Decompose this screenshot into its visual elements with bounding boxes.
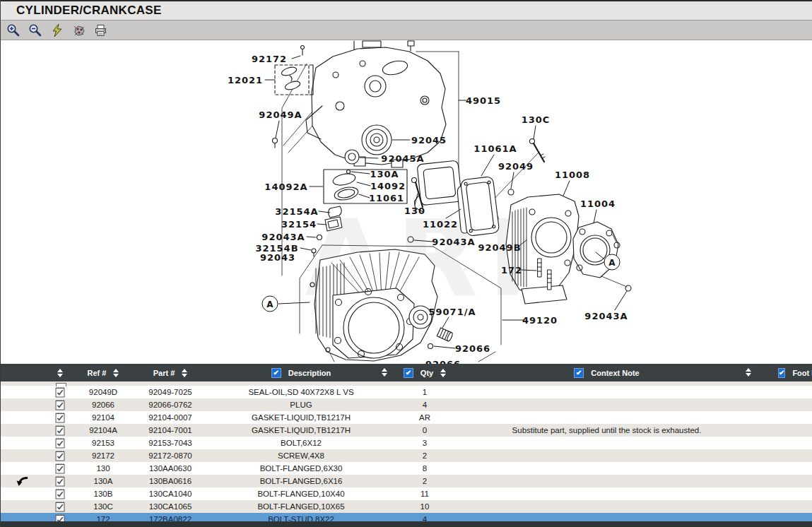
column-visibility-checkbox[interactable]: ✔ xyxy=(271,368,281,378)
pick-list-icon[interactable] xyxy=(45,449,75,462)
part-label-49015[interactable]: 49015 xyxy=(466,95,501,106)
column-header-part[interactable]: Part # xyxy=(131,364,209,381)
part-label-130a[interactable]: 130A xyxy=(370,169,399,179)
pick-list-icon[interactable] xyxy=(45,462,75,475)
part-label-14092a[interactable]: 14092A xyxy=(264,182,307,192)
sort-arrows-icon[interactable] xyxy=(746,368,751,377)
part-label-130c[interactable]: 130C xyxy=(522,114,551,125)
part-label-92066[interactable]: 92066 xyxy=(455,343,490,354)
table-row[interactable]: 92104A92104-7001GASKET-LIQUID,TB1217H0Su… xyxy=(1,424,812,437)
column-visibility-checkbox[interactable]: ✔ xyxy=(404,368,413,378)
column-label: Part # xyxy=(153,369,175,377)
exploded-parts-drawing xyxy=(1,40,812,364)
foot-note-cell xyxy=(757,500,812,513)
table-row[interactable]: 130130AA0630BOLT-FLANGED,6X308 xyxy=(1,462,812,475)
pick-list-icon[interactable] xyxy=(45,475,75,487)
column-visibility-checkbox[interactable]: ✔ xyxy=(778,368,785,378)
foot-note-cell xyxy=(757,398,812,411)
parts-catalog-window: CYLINDER/CRANKCASE ARI xyxy=(0,0,812,527)
table-row[interactable]: 9215392153-7043BOLT,6X123 xyxy=(1,437,812,449)
part-label-92043a[interactable]: 92043A xyxy=(261,232,305,242)
part-label-92049a[interactable]: 92049A xyxy=(259,109,302,120)
table-row[interactable]: 9206692066-0762PLUG4 xyxy=(1,398,812,411)
diagram-area[interactable]: ARI xyxy=(1,40,812,364)
pick-list-icon[interactable] xyxy=(45,386,75,398)
part-label-11022[interactable]: 11022 xyxy=(423,219,458,230)
parts-table-body: 92049D92049-7025SEAL-OIL,SD 40X72X8 L VS… xyxy=(1,381,812,526)
table-row[interactable]: 130B130CA1040BOLT-FLANGED,10X4011 xyxy=(1,487,812,500)
part-label-130[interactable]: 130 xyxy=(404,206,425,216)
print-icon[interactable] xyxy=(93,23,110,38)
part-label-14092[interactable]: 14092 xyxy=(370,181,406,191)
pick-list-icon[interactable] xyxy=(45,437,75,449)
part-label-92049[interactable]: 92049 xyxy=(498,161,534,172)
page-title: CYLINDER/CRANKCASE xyxy=(1,4,162,18)
part-label-92045a[interactable]: 92045A xyxy=(381,153,424,164)
context-note-cell xyxy=(457,398,757,411)
part-label-11008[interactable]: 11008 xyxy=(555,170,590,180)
pick-list-icon[interactable] xyxy=(45,487,75,500)
part-label-92049b[interactable]: 92049B xyxy=(478,242,521,253)
sort-arrows-icon[interactable] xyxy=(440,369,446,377)
column-label: Description xyxy=(288,369,331,377)
zoom-in-icon[interactable] xyxy=(5,23,22,38)
table-row[interactable]: 92049D92049-7025SEAL-OIL,SD 40X72X8 L VS… xyxy=(1,386,812,398)
column-header-footnote[interactable]: ✔Foot Note xyxy=(757,364,812,381)
foot-note-cell xyxy=(757,386,812,398)
table-bottom-edge xyxy=(1,521,812,527)
part-label-11061[interactable]: 11061 xyxy=(369,193,404,203)
sort-arrows-icon[interactable] xyxy=(182,369,187,377)
pick-list-icon[interactable] xyxy=(45,424,75,437)
parts-table-header: Ref #Part #✔Description✔Qty✔Context Note… xyxy=(1,364,812,381)
part-label-11004[interactable]: 11004 xyxy=(580,199,616,209)
sort-arrows-icon[interactable] xyxy=(382,368,387,377)
part-label-12021[interactable]: 12021 xyxy=(228,75,263,85)
table-row[interactable]: 130A130BA0616BOLT-FLANGED,6X162 xyxy=(1,475,812,487)
column-label: Foot Note xyxy=(792,369,812,377)
part-label-49120[interactable]: 49120 xyxy=(522,315,558,326)
sort-arrows-icon[interactable] xyxy=(57,369,63,377)
page-title-bar: CYLINDER/CRANKCASE xyxy=(1,0,812,20)
pick-list-icon[interactable] xyxy=(45,398,75,411)
lightning-icon[interactable] xyxy=(49,23,66,38)
part-label-32154[interactable]: 32154 xyxy=(281,219,317,230)
context-note-cell xyxy=(457,386,757,398)
column-header-description[interactable]: ✔Description xyxy=(209,364,393,381)
part-label-92066[interactable]: 92066 xyxy=(425,359,461,365)
part-label-92043a[interactable]: 92043A xyxy=(432,237,475,247)
ref-cell: 92153 xyxy=(75,437,131,449)
description-cell: PLUG xyxy=(209,398,393,411)
pick-list-icon[interactable] xyxy=(45,411,75,424)
circled-ref-a[interactable]: A xyxy=(604,254,620,271)
circled-ref-a[interactable]: A xyxy=(262,296,278,312)
part-label-59071a[interactable]: 59071/A xyxy=(428,307,476,317)
part-label-172[interactable]: 172 xyxy=(501,265,522,276)
sort-arrows-icon[interactable] xyxy=(113,369,119,377)
ref-cell: 130B xyxy=(75,487,131,500)
qty-cell: 10 xyxy=(393,500,457,513)
column-header-ref[interactable]: Ref # xyxy=(75,364,131,381)
part-number-cell: 130CA1065 xyxy=(131,500,209,513)
foot-note-cell xyxy=(757,411,812,424)
zoom-out-icon[interactable] xyxy=(27,23,44,38)
column-header-qty[interactable]: ✔Qty xyxy=(393,364,457,381)
part-label-32154a[interactable]: 32154A xyxy=(275,206,318,217)
part-label-92172[interactable]: 92172 xyxy=(252,54,287,64)
part-label-11061a[interactable]: 11061A xyxy=(473,143,517,154)
part-label-92045[interactable]: 92045 xyxy=(411,135,447,146)
table-row[interactable]: 9217292172-0870SCREW,4X82 xyxy=(1,449,812,462)
part-number-cell: 130CA1040 xyxy=(131,487,209,500)
column-header-contextnote[interactable]: ✔Context Note xyxy=(457,364,757,381)
part-label-92043a[interactable]: 92043A xyxy=(584,311,628,321)
column-header-col1[interactable] xyxy=(45,364,75,381)
part-label-92043[interactable]: 92043 xyxy=(260,252,295,263)
return-arrow-icon xyxy=(1,462,45,475)
part-number-cell: 130BA0616 xyxy=(131,475,209,487)
return-arrow-icon xyxy=(1,475,45,487)
column-visibility-checkbox[interactable]: ✔ xyxy=(574,368,584,378)
table-row[interactable]: 130C130CA1065BOLT-FLANGED,10X6510 xyxy=(1,500,812,513)
ref-cell: 130 xyxy=(75,462,131,475)
hotspot-icon[interactable] xyxy=(71,23,88,38)
pick-list-icon[interactable] xyxy=(45,500,75,513)
table-row[interactable]: 9210492104-0007GASKET-LIQUID,TB1217HAR xyxy=(1,411,812,424)
